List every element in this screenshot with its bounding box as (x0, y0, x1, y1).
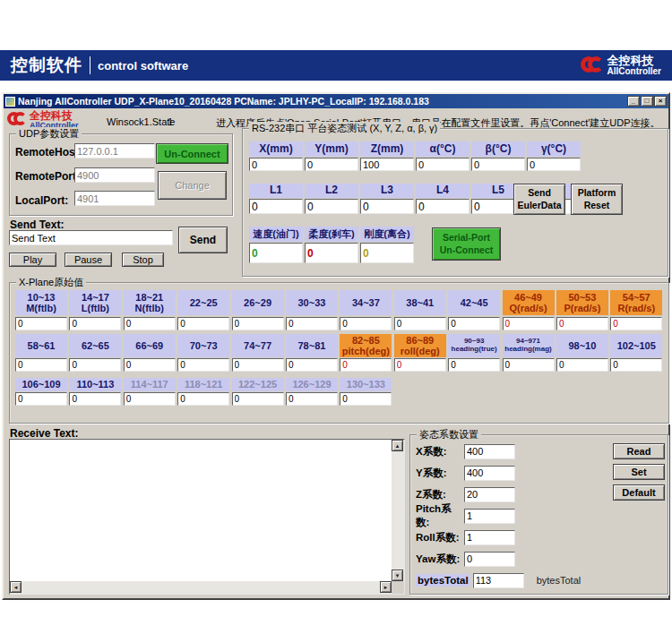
yaw-coeff-field[interactable] (464, 552, 515, 567)
remoteport-field[interactable] (74, 167, 155, 183)
value-field[interactable] (232, 392, 284, 406)
z-coeff-field[interactable] (464, 487, 515, 502)
value-field[interactable] (340, 317, 392, 330)
z-coeff-label: Z系数: (416, 488, 464, 501)
value-field[interactable] (69, 392, 121, 406)
remotehost-field[interactable] (74, 143, 155, 159)
banner-divider (90, 56, 90, 74)
value-field[interactable] (177, 392, 229, 406)
change-button[interactable]: Change (158, 171, 227, 200)
default-button[interactable]: Default (613, 484, 665, 501)
pose-header-row: X(mm) Y(mm) Z(mm) α(°C) β(°C) γ(°C) (249, 141, 581, 157)
value-field[interactable] (69, 358, 121, 372)
roll-coeff-field[interactable] (464, 530, 515, 545)
throttle-field[interactable] (249, 243, 303, 263)
y-coeff-field[interactable] (464, 466, 515, 481)
brake-field[interactable] (305, 243, 358, 263)
minimize-button[interactable]: _ (627, 96, 640, 107)
xplane-group-title: X-Plane原始值 (16, 276, 86, 289)
value-field[interactable] (340, 358, 392, 372)
attitude-coefficients-group: 姿态系数设置 X系数: Y系数: Z系数: Pitch系数: Roll系数: (409, 434, 668, 595)
value-field[interactable] (232, 317, 284, 330)
pitch-coeff-field[interactable] (464, 509, 515, 524)
value-field[interactable] (124, 358, 176, 372)
scrollbar-corner (392, 581, 404, 594)
bytestotal-field[interactable] (473, 573, 524, 588)
logo-text-en: AllController (607, 67, 661, 77)
maximize-button[interactable]: □ (641, 96, 653, 107)
value-field[interactable] (340, 392, 392, 406)
value-field[interactable] (15, 392, 67, 406)
play-button[interactable]: Play (9, 253, 56, 267)
coeff-row-roll: Roll系数: (416, 529, 515, 545)
send-button[interactable]: Send (178, 227, 228, 253)
x-coeff-field[interactable] (464, 444, 515, 459)
value-field[interactable] (556, 317, 608, 330)
stop-button[interactable]: Stop (122, 253, 164, 267)
clutch-field[interactable] (360, 243, 414, 263)
scroll-right-icon[interactable]: ► (380, 581, 392, 593)
window-titlebar[interactable]: Nanjing AllController UDP_X-Plane10_2016… (4, 94, 668, 108)
scroll-down-icon[interactable]: ▼ (392, 570, 403, 581)
receive-text-label: Receive Text: (10, 427, 78, 440)
horizontal-scrollbar[interactable]: ◄ ► (10, 581, 392, 594)
clutch-header: 刚度(离合) (360, 227, 414, 242)
value-field[interactable] (394, 358, 446, 372)
z-mm-field[interactable] (360, 158, 414, 171)
col-header: 66~69 (124, 334, 176, 357)
x-mm-field[interactable] (249, 158, 303, 171)
value-field[interactable] (15, 358, 67, 372)
scroll-left-icon[interactable]: ◄ (10, 581, 22, 593)
value-field[interactable] (556, 358, 608, 372)
value-field[interactable] (503, 317, 555, 330)
value-field[interactable] (394, 317, 446, 330)
value-field[interactable] (177, 317, 229, 330)
value-field[interactable] (124, 317, 176, 330)
value-field[interactable] (232, 358, 284, 372)
value-field[interactable] (448, 358, 500, 372)
col-header: 74~77 (232, 334, 284, 357)
receive-text-area[interactable] (10, 440, 392, 581)
set-button[interactable]: Set (613, 464, 665, 480)
read-button[interactable]: Read (613, 443, 665, 459)
yaw-coeff-label: Yaw系数: (416, 553, 464, 566)
value-field[interactable] (177, 358, 229, 372)
throttle-header: 速度(油门) (249, 227, 303, 242)
value-field[interactable] (503, 358, 555, 372)
vertical-scrollbar[interactable]: ▲ ▼ (392, 440, 404, 581)
serial-port-unconnect-button[interactable]: Serial-Port Un-Connect (432, 227, 501, 261)
l1-field[interactable] (249, 199, 303, 214)
l4-field[interactable] (416, 199, 470, 214)
value-field[interactable] (69, 317, 121, 330)
l2-field[interactable] (305, 199, 358, 214)
beta-field[interactable] (471, 158, 525, 171)
udp-unconnect-button[interactable]: Un-Connect (156, 143, 228, 164)
localport-field[interactable] (74, 191, 155, 206)
col-header: 98~10 (556, 334, 608, 357)
col-header-r: 54~57R(rad/s) (610, 290, 662, 315)
window-title: Nanjing AllController UDP_X-Plane10_2016… (18, 96, 625, 107)
coeff-row-z: Z系数: (416, 486, 515, 502)
value-field[interactable] (286, 392, 338, 406)
app-window: Nanjing AllController UDP_X-Plane10_2016… (2, 92, 670, 600)
platform-reset-button[interactable]: Platform Reset (571, 184, 623, 215)
y-mm-field[interactable] (305, 158, 358, 171)
value-field[interactable] (610, 317, 662, 330)
send-text-input[interactable] (9, 230, 173, 245)
value-field[interactable] (124, 392, 176, 406)
xplane-row2-headers: 58~61 62~65 66~69 70~73 74~77 78~81 82~8… (15, 334, 662, 357)
send-eulerdata-button[interactable]: Send EulerData (513, 184, 565, 215)
value-field[interactable] (610, 358, 662, 372)
value-field[interactable] (286, 317, 338, 330)
l3-field[interactable] (360, 199, 414, 214)
gamma-field[interactable] (527, 158, 581, 171)
pause-button[interactable]: Pause (65, 253, 112, 267)
value-field[interactable] (15, 317, 67, 330)
rs232-test-group: RS-232串口 平台姿态测试 (X, Y, Z, α, β, γ) X(mm)… (242, 128, 668, 277)
alpha-field[interactable] (416, 158, 470, 171)
close-button[interactable]: × (654, 96, 667, 107)
scroll-up-icon[interactable]: ▲ (392, 440, 403, 451)
value-field[interactable] (448, 317, 500, 330)
value-field[interactable] (286, 358, 338, 372)
xplane-row1-headers: 10~13M(ftlb) 14~17L(ftlb) 18~21N(ftlb) 2… (15, 290, 662, 315)
